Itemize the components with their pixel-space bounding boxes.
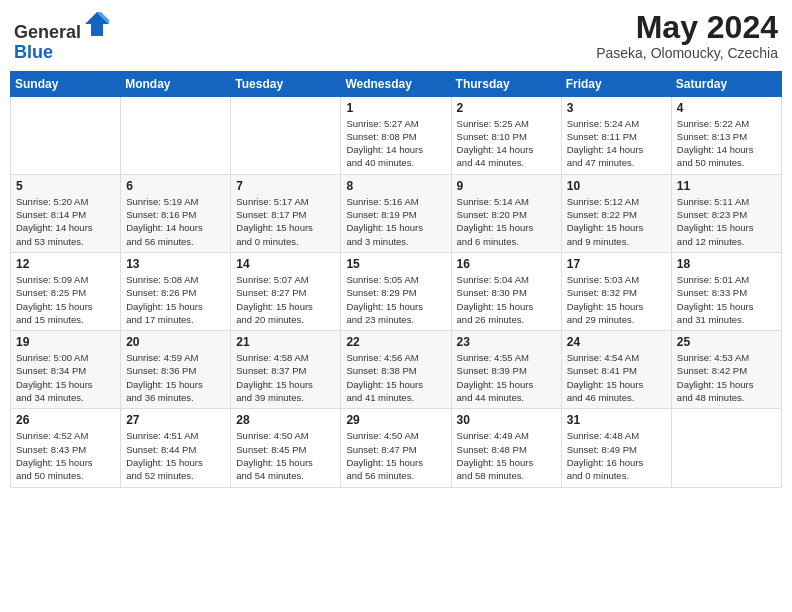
day-cell: 6Sunrise: 5:19 AMSunset: 8:16 PMDaylight… <box>121 174 231 252</box>
day-cell: 24Sunrise: 4:54 AMSunset: 8:41 PMDayligh… <box>561 331 671 409</box>
weekday-header-wednesday: Wednesday <box>341 71 451 96</box>
day-number: 8 <box>346 179 445 193</box>
day-info: Sunrise: 4:59 AMSunset: 8:36 PMDaylight:… <box>126 351 225 404</box>
week-row-5: 26Sunrise: 4:52 AMSunset: 8:43 PMDayligh… <box>11 409 782 487</box>
day-info: Sunrise: 5:04 AMSunset: 8:30 PMDaylight:… <box>457 273 556 326</box>
logo-blue-text: Blue <box>14 42 53 62</box>
day-cell: 29Sunrise: 4:50 AMSunset: 8:47 PMDayligh… <box>341 409 451 487</box>
day-number: 15 <box>346 257 445 271</box>
day-number: 5 <box>16 179 115 193</box>
day-number: 22 <box>346 335 445 349</box>
day-info: Sunrise: 4:49 AMSunset: 8:48 PMDaylight:… <box>457 429 556 482</box>
day-info: Sunrise: 5:25 AMSunset: 8:10 PMDaylight:… <box>457 117 556 170</box>
day-info: Sunrise: 5:22 AMSunset: 8:13 PMDaylight:… <box>677 117 776 170</box>
day-cell: 4Sunrise: 5:22 AMSunset: 8:13 PMDaylight… <box>671 96 781 174</box>
day-cell: 1Sunrise: 5:27 AMSunset: 8:08 PMDaylight… <box>341 96 451 174</box>
title-block: May 2024 Paseka, Olomoucky, Czechia <box>596 10 778 61</box>
logo-icon <box>83 10 111 38</box>
day-number: 6 <box>126 179 225 193</box>
day-cell: 19Sunrise: 5:00 AMSunset: 8:34 PMDayligh… <box>11 331 121 409</box>
day-cell: 31Sunrise: 4:48 AMSunset: 8:49 PMDayligh… <box>561 409 671 487</box>
day-number: 17 <box>567 257 666 271</box>
day-number: 14 <box>236 257 335 271</box>
day-number: 16 <box>457 257 556 271</box>
day-info: Sunrise: 5:24 AMSunset: 8:11 PMDaylight:… <box>567 117 666 170</box>
day-info: Sunrise: 5:11 AMSunset: 8:23 PMDaylight:… <box>677 195 776 248</box>
day-number: 10 <box>567 179 666 193</box>
week-row-3: 12Sunrise: 5:09 AMSunset: 8:25 PMDayligh… <box>11 252 782 330</box>
page: General Blue May 2024 Paseka, Olomoucky,… <box>0 0 792 612</box>
day-number: 24 <box>567 335 666 349</box>
day-cell: 20Sunrise: 4:59 AMSunset: 8:36 PMDayligh… <box>121 331 231 409</box>
day-cell: 30Sunrise: 4:49 AMSunset: 8:48 PMDayligh… <box>451 409 561 487</box>
title-location: Paseka, Olomoucky, Czechia <box>596 45 778 61</box>
day-cell: 8Sunrise: 5:16 AMSunset: 8:19 PMDaylight… <box>341 174 451 252</box>
day-cell: 13Sunrise: 5:08 AMSunset: 8:26 PMDayligh… <box>121 252 231 330</box>
day-cell: 12Sunrise: 5:09 AMSunset: 8:25 PMDayligh… <box>11 252 121 330</box>
day-info: Sunrise: 4:55 AMSunset: 8:39 PMDaylight:… <box>457 351 556 404</box>
weekday-header-row: SundayMondayTuesdayWednesdayThursdayFrid… <box>11 71 782 96</box>
day-cell: 14Sunrise: 5:07 AMSunset: 8:27 PMDayligh… <box>231 252 341 330</box>
day-info: Sunrise: 4:54 AMSunset: 8:41 PMDaylight:… <box>567 351 666 404</box>
day-cell: 26Sunrise: 4:52 AMSunset: 8:43 PMDayligh… <box>11 409 121 487</box>
day-number: 1 <box>346 101 445 115</box>
day-number: 23 <box>457 335 556 349</box>
day-info: Sunrise: 5:14 AMSunset: 8:20 PMDaylight:… <box>457 195 556 248</box>
day-info: Sunrise: 5:12 AMSunset: 8:22 PMDaylight:… <box>567 195 666 248</box>
week-row-2: 5Sunrise: 5:20 AMSunset: 8:14 PMDaylight… <box>11 174 782 252</box>
weekday-header-saturday: Saturday <box>671 71 781 96</box>
day-number: 13 <box>126 257 225 271</box>
day-info: Sunrise: 5:03 AMSunset: 8:32 PMDaylight:… <box>567 273 666 326</box>
day-info: Sunrise: 4:58 AMSunset: 8:37 PMDaylight:… <box>236 351 335 404</box>
day-number: 12 <box>16 257 115 271</box>
day-cell: 21Sunrise: 4:58 AMSunset: 8:37 PMDayligh… <box>231 331 341 409</box>
day-info: Sunrise: 4:48 AMSunset: 8:49 PMDaylight:… <box>567 429 666 482</box>
day-info: Sunrise: 5:19 AMSunset: 8:16 PMDaylight:… <box>126 195 225 248</box>
day-cell: 10Sunrise: 5:12 AMSunset: 8:22 PMDayligh… <box>561 174 671 252</box>
day-info: Sunrise: 5:01 AMSunset: 8:33 PMDaylight:… <box>677 273 776 326</box>
svg-marker-0 <box>85 12 109 36</box>
day-cell: 5Sunrise: 5:20 AMSunset: 8:14 PMDaylight… <box>11 174 121 252</box>
day-cell: 25Sunrise: 4:53 AMSunset: 8:42 PMDayligh… <box>671 331 781 409</box>
weekday-header-tuesday: Tuesday <box>231 71 341 96</box>
day-info: Sunrise: 5:27 AMSunset: 8:08 PMDaylight:… <box>346 117 445 170</box>
weekday-header-thursday: Thursday <box>451 71 561 96</box>
day-number: 7 <box>236 179 335 193</box>
day-cell: 9Sunrise: 5:14 AMSunset: 8:20 PMDaylight… <box>451 174 561 252</box>
day-number: 9 <box>457 179 556 193</box>
day-number: 19 <box>16 335 115 349</box>
day-number: 21 <box>236 335 335 349</box>
day-number: 4 <box>677 101 776 115</box>
week-row-1: 1Sunrise: 5:27 AMSunset: 8:08 PMDaylight… <box>11 96 782 174</box>
weekday-header-monday: Monday <box>121 71 231 96</box>
day-info: Sunrise: 4:52 AMSunset: 8:43 PMDaylight:… <box>16 429 115 482</box>
day-cell <box>671 409 781 487</box>
day-cell: 27Sunrise: 4:51 AMSunset: 8:44 PMDayligh… <box>121 409 231 487</box>
day-cell: 28Sunrise: 4:50 AMSunset: 8:45 PMDayligh… <box>231 409 341 487</box>
week-row-4: 19Sunrise: 5:00 AMSunset: 8:34 PMDayligh… <box>11 331 782 409</box>
title-month: May 2024 <box>596 10 778 45</box>
calendar: SundayMondayTuesdayWednesdayThursdayFrid… <box>10 71 782 488</box>
weekday-header-friday: Friday <box>561 71 671 96</box>
day-info: Sunrise: 4:51 AMSunset: 8:44 PMDaylight:… <box>126 429 225 482</box>
day-info: Sunrise: 4:53 AMSunset: 8:42 PMDaylight:… <box>677 351 776 404</box>
day-cell: 2Sunrise: 5:25 AMSunset: 8:10 PMDaylight… <box>451 96 561 174</box>
day-number: 2 <box>457 101 556 115</box>
day-info: Sunrise: 4:56 AMSunset: 8:38 PMDaylight:… <box>346 351 445 404</box>
day-number: 26 <box>16 413 115 427</box>
weekday-header-sunday: Sunday <box>11 71 121 96</box>
day-info: Sunrise: 5:17 AMSunset: 8:17 PMDaylight:… <box>236 195 335 248</box>
day-info: Sunrise: 5:08 AMSunset: 8:26 PMDaylight:… <box>126 273 225 326</box>
day-number: 11 <box>677 179 776 193</box>
day-info: Sunrise: 5:16 AMSunset: 8:19 PMDaylight:… <box>346 195 445 248</box>
day-number: 29 <box>346 413 445 427</box>
day-info: Sunrise: 5:05 AMSunset: 8:29 PMDaylight:… <box>346 273 445 326</box>
day-number: 18 <box>677 257 776 271</box>
day-number: 20 <box>126 335 225 349</box>
logo-general-text: General <box>14 22 81 42</box>
day-cell <box>121 96 231 174</box>
day-cell: 17Sunrise: 5:03 AMSunset: 8:32 PMDayligh… <box>561 252 671 330</box>
day-info: Sunrise: 4:50 AMSunset: 8:47 PMDaylight:… <box>346 429 445 482</box>
header: General Blue May 2024 Paseka, Olomoucky,… <box>10 10 782 63</box>
logo: General Blue <box>14 10 111 63</box>
